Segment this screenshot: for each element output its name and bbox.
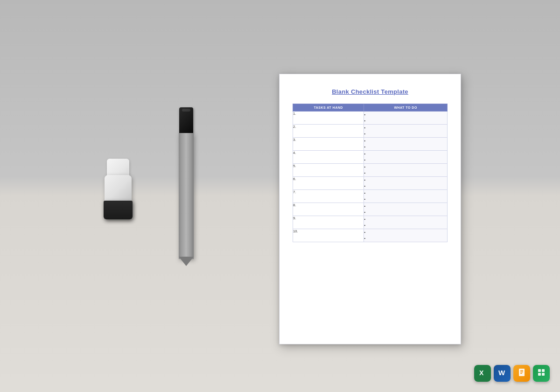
- col-header-tasks: TASKS AT HAND: [293, 104, 364, 112]
- task-number-cell: 6.: [293, 177, 364, 190]
- bullet-item: [364, 209, 447, 215]
- bullet-item: [364, 183, 447, 189]
- svg-rect-9: [542, 373, 545, 376]
- table-row: 5.: [293, 164, 448, 177]
- svg-rect-2: [519, 369, 525, 376]
- task-number-cell: 3.: [293, 138, 364, 151]
- bullet-item: [364, 157, 447, 163]
- checklist-table: TASKS AT HAND WHAT TO DO 1.2.3.4.5.6.7.8…: [293, 104, 448, 242]
- document-title: Blank Checklist Template: [293, 88, 448, 95]
- word-icon[interactable]: W: [494, 365, 511, 382]
- bullet-item: [364, 216, 447, 222]
- task-number-cell: 1.: [293, 112, 364, 125]
- task-number-cell: 7.: [293, 190, 364, 203]
- bullet-item: [364, 177, 447, 183]
- row-number: 9.: [293, 216, 296, 220]
- table-row: 7.: [293, 190, 448, 203]
- task-number-cell: 5.: [293, 164, 364, 177]
- marker-cap: [179, 107, 193, 133]
- bullet-item: [364, 144, 447, 150]
- numbers-icon-label: [537, 368, 546, 379]
- marker-pen: [176, 107, 196, 266]
- pages-icon-label: [517, 368, 526, 379]
- stamp-bottom: [104, 201, 133, 219]
- todo-cell: [364, 229, 448, 242]
- bullet-item: [364, 229, 447, 235]
- svg-text:X: X: [479, 369, 484, 377]
- bullet-item: [364, 112, 447, 118]
- bullet-item: [364, 118, 447, 124]
- bottom-icons: X W: [474, 365, 550, 382]
- row-number: 2.: [293, 125, 296, 129]
- bullet-item: [364, 190, 447, 196]
- table-row: 1.: [293, 112, 448, 125]
- task-number-cell: 8.: [293, 203, 364, 216]
- task-number-cell: 2.: [293, 125, 364, 138]
- task-number-cell: 10.: [293, 229, 364, 242]
- document: Blank Checklist Template TASKS AT HAND W…: [279, 74, 461, 344]
- svg-rect-6: [538, 369, 541, 372]
- row-number: 4.: [293, 151, 296, 155]
- bullet-item: [364, 235, 447, 241]
- todo-cell: [364, 125, 448, 138]
- todo-cell: [364, 151, 448, 164]
- todo-cell: [364, 203, 448, 216]
- todo-cell: [364, 138, 448, 151]
- task-number-cell: 4.: [293, 151, 364, 164]
- bullet-item: [364, 164, 447, 170]
- bullet-item: [364, 203, 447, 209]
- bullet-item: [364, 138, 447, 144]
- row-number: 3.: [293, 138, 296, 142]
- bullet-item: [364, 125, 447, 131]
- document-content: Blank Checklist Template TASKS AT HAND W…: [280, 74, 461, 252]
- todo-cell: [364, 190, 448, 203]
- row-number: 6.: [293, 177, 296, 181]
- bullet-item: [364, 151, 447, 157]
- marker-body: [179, 133, 194, 259]
- table-row: 4.: [293, 151, 448, 164]
- bullet-item: [364, 170, 447, 176]
- pages-icon[interactable]: [513, 365, 530, 382]
- svg-rect-7: [542, 369, 545, 372]
- excel-icon[interactable]: X: [474, 365, 491, 382]
- svg-rect-8: [538, 373, 541, 376]
- word-icon-label: W: [497, 368, 507, 379]
- row-number: 5.: [293, 164, 296, 168]
- numbers-icon[interactable]: [533, 365, 550, 382]
- bullet-item: [364, 131, 447, 137]
- col-header-todo: WHAT TO DO: [364, 104, 448, 112]
- row-number: 1.: [293, 112, 296, 116]
- todo-cell: [364, 177, 448, 190]
- todo-cell: [364, 112, 448, 125]
- bullet-item: [364, 196, 447, 202]
- task-number-cell: 9.: [293, 216, 364, 229]
- table-row: 6.: [293, 177, 448, 190]
- stamp-tool: [102, 159, 134, 219]
- excel-icon-label: X: [478, 368, 487, 379]
- table-row: 2.: [293, 125, 448, 138]
- table-row: 8.: [293, 203, 448, 216]
- row-number: 10.: [293, 229, 298, 233]
- todo-cell: [364, 164, 448, 177]
- row-number: 7.: [293, 190, 296, 194]
- table-row: 3.: [293, 138, 448, 151]
- table-row: 10.: [293, 229, 448, 242]
- marker-tip: [179, 257, 194, 266]
- bullet-item: [364, 222, 447, 228]
- table-row: 9.: [293, 216, 448, 229]
- svg-text:W: W: [498, 369, 505, 377]
- row-number: 8.: [293, 203, 296, 207]
- todo-cell: [364, 216, 448, 229]
